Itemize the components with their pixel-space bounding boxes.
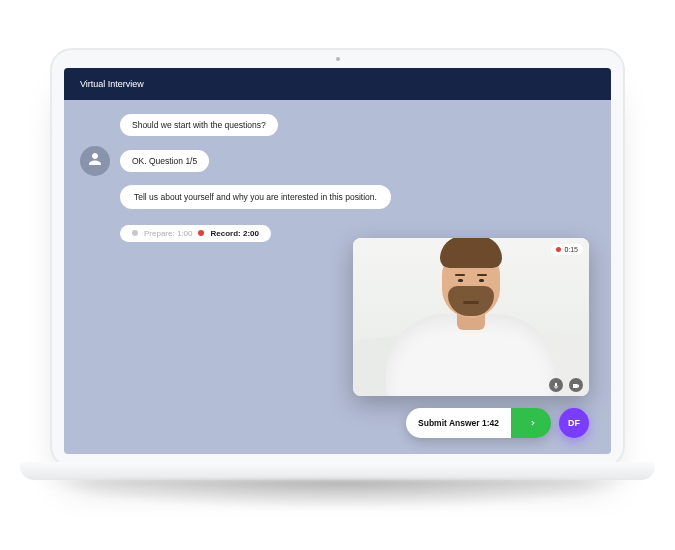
- laptop-shadow: [30, 480, 645, 510]
- chat-text: Should we start with the questions?: [132, 120, 266, 130]
- chat-text: Tell us about yourself and why you are i…: [134, 192, 377, 202]
- bot-avatar: [80, 146, 110, 176]
- chat-text: OK. Question 1/5: [132, 156, 197, 166]
- chat-row: Should we start with the questions?: [80, 110, 595, 140]
- video-preview[interactable]: 0:15: [353, 238, 589, 396]
- chat-bubble: Tell us about yourself and why you are i…: [120, 185, 391, 209]
- record-dot-icon: [198, 230, 204, 236]
- header-bar: Virtual Interview: [64, 68, 611, 100]
- person-icon: [86, 150, 104, 172]
- mic-icon: [552, 376, 560, 394]
- submit-answer-button[interactable]: Submit Answer 1:42: [406, 408, 551, 438]
- prepare-timer: Prepare: 1:00: [144, 229, 192, 238]
- record-dot-icon: [556, 247, 561, 252]
- laptop-frame: Virtual Interview Should we start with t…: [50, 48, 625, 468]
- submit-arrow: [511, 408, 551, 438]
- chat-row: Tell us about yourself and why you are i…: [80, 182, 595, 212]
- page-title: Virtual Interview: [80, 79, 144, 89]
- video-controls: [549, 378, 583, 392]
- chat-row: OK. Question 1/5: [80, 146, 595, 176]
- user-avatar-badge[interactable]: DF: [559, 408, 589, 438]
- app-screen: Virtual Interview Should we start with t…: [64, 68, 611, 454]
- arrow-right-icon: [526, 414, 536, 432]
- avatar-spacer: [80, 182, 110, 212]
- avatar-spacer: [80, 110, 110, 140]
- camera-icon: [572, 376, 580, 394]
- user-initials: DF: [568, 418, 580, 428]
- record-timer: Record: 2:00: [210, 229, 258, 238]
- chat-bubble: OK. Question 1/5: [120, 150, 209, 172]
- mic-button[interactable]: [549, 378, 563, 392]
- dot-icon: [132, 230, 138, 236]
- chat-area: Should we start with the questions? OK. …: [64, 100, 611, 454]
- recording-badge: 0:15: [551, 244, 583, 255]
- avatar-spacer: [80, 218, 110, 248]
- timer-pill: Prepare: 1:00 Record: 2:00: [120, 225, 271, 242]
- chat-bubble: Should we start with the questions?: [120, 114, 278, 136]
- bottom-action-row: Submit Answer 1:42 DF: [406, 408, 589, 438]
- laptop-base: [20, 462, 655, 480]
- laptop-camera-dot: [336, 57, 340, 61]
- camera-button[interactable]: [569, 378, 583, 392]
- video-scene: [353, 238, 589, 396]
- submit-label: Submit Answer 1:42: [418, 418, 499, 428]
- recording-time: 0:15: [564, 246, 578, 253]
